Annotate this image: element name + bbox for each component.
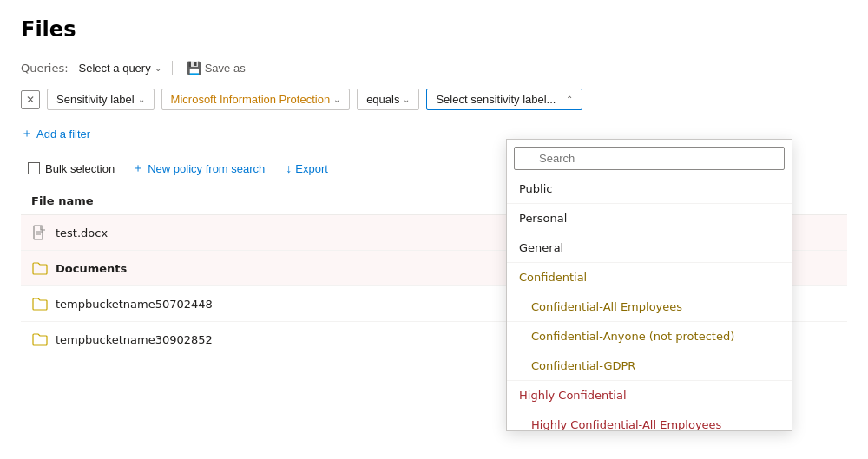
download-icon: ↓ [286, 161, 292, 175]
chevron-down-icon: ⌄ [138, 95, 145, 104]
sensitivity-label-dropdown: 🔍 PublicPersonalGeneralConfidentialConfi… [506, 139, 792, 431]
folder-icon [31, 331, 49, 348]
file-name: test.docx [56, 226, 108, 239]
dropdown-list: PublicPersonalGeneralConfidentialConfide… [507, 174, 792, 430]
sensitivity-dropdown-label: Select sensitivity label... [436, 93, 556, 106]
search-input-wrapper: 🔍 [514, 147, 785, 170]
dropdown-item[interactable]: Confidential-All Employees [507, 292, 792, 322]
file-icon [31, 224, 49, 241]
dropdown-item[interactable]: Confidential-Anyone (not protected) [507, 322, 792, 351]
operator-label-text: equals [366, 93, 399, 106]
filter-close-button[interactable]: ✕ [21, 90, 40, 109]
chevron-down-icon: ⌄ [403, 95, 410, 104]
operator-filter-tag[interactable]: equals ⌄ [357, 89, 419, 110]
plus-icon: ＋ [21, 126, 33, 141]
dropdown-item[interactable]: Confidential-GDPR [507, 351, 792, 381]
sensitivity-label-filter-tag[interactable]: Sensitivity label ⌄ [47, 89, 155, 110]
bulk-selection-button[interactable]: Bulk selection [21, 159, 122, 179]
mip-label-text: Microsoft Information Protection [171, 93, 331, 106]
bulk-selection-label: Bulk selection [45, 162, 115, 175]
folder-icon [31, 295, 49, 312]
dropdown-item[interactable]: Highly Confidential [507, 381, 792, 410]
dropdown-item[interactable]: Personal [507, 204, 792, 233]
floppy-icon: 💾 [187, 61, 201, 75]
page-container: Files Queries: Select a query ⌄ 💾 Save a… [0, 0, 868, 375]
sensitivity-label-text: Sensitivity label [56, 93, 135, 106]
select-query-button[interactable]: Select a query ⌄ [76, 60, 165, 76]
dropdown-item[interactable]: Highly Confidential-All Employees [507, 410, 792, 430]
file-name: Documents [56, 262, 127, 275]
new-policy-label: New policy from search [148, 162, 265, 175]
chevron-down-icon: ⌄ [155, 63, 161, 73]
close-icon: ✕ [26, 94, 35, 106]
select-query-label: Select a query [79, 62, 151, 75]
vertical-divider [172, 61, 173, 75]
dropdown-item[interactable]: Public [507, 174, 792, 204]
filters-row: ✕ Sensitivity label ⌄ Microsoft Informat… [21, 89, 847, 110]
queries-label: Queries: [21, 62, 69, 75]
export-button[interactable]: ↓ Export [275, 158, 339, 179]
chevron-down-icon: ⌄ [333, 95, 340, 104]
mip-filter-tag[interactable]: Microsoft Information Protection ⌄ [161, 89, 351, 110]
save-as-label: Save as [205, 62, 246, 75]
dropdown-search-wrapper: 🔍 [507, 140, 792, 174]
save-as-button[interactable]: 💾 Save as [180, 59, 253, 76]
dropdown-search-input[interactable] [514, 147, 785, 170]
add-filter-label: Add a filter [36, 128, 90, 141]
page-title: Files [21, 17, 847, 42]
file-name: tempbucketname50702448 [56, 298, 213, 311]
new-policy-button[interactable]: ＋ New policy from search [122, 157, 275, 180]
export-label: Export [295, 162, 328, 175]
bulk-checkbox-icon [28, 162, 40, 174]
folder-icon [31, 259, 49, 277]
sensitivity-dropdown-button[interactable]: Select sensitivity label... ⌃ [426, 89, 582, 110]
file-name: tempbucketname30902852 [56, 333, 213, 346]
plus-icon: ＋ [132, 161, 144, 176]
add-filter-button[interactable]: ＋ Add a filter [21, 122, 90, 145]
queries-row: Queries: Select a query ⌄ 💾 Save as [21, 59, 847, 76]
dropdown-item[interactable]: General [507, 233, 792, 263]
chevron-up-icon: ⌃ [566, 95, 573, 104]
dropdown-item[interactable]: Confidential [507, 263, 792, 292]
